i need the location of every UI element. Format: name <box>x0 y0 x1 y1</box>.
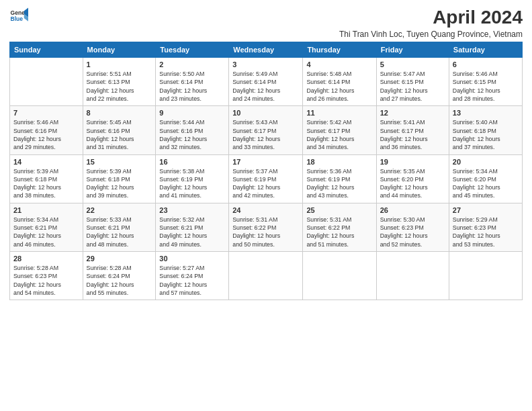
day-number: 17 <box>232 158 299 166</box>
day-cell: 14Sunrise: 5:39 AMSunset: 6:18 PMDayligh… <box>10 154 83 203</box>
day-cell: 8Sunrise: 5:45 AMSunset: 6:16 PMDaylight… <box>83 106 156 154</box>
day-number: 30 <box>159 255 225 263</box>
day-cell: 1Sunrise: 5:51 AMSunset: 6:13 PMDaylight… <box>83 58 156 106</box>
day-number: 23 <box>159 206 225 214</box>
day-number: 14 <box>13 158 79 166</box>
week-row-2: 14Sunrise: 5:39 AMSunset: 6:18 PMDayligh… <box>10 154 523 203</box>
day-cell: 4Sunrise: 5:48 AMSunset: 6:14 PMDaylight… <box>303 58 376 106</box>
day-cell <box>449 252 522 300</box>
day-info: Sunrise: 5:51 AMSunset: 6:13 PMDaylight:… <box>87 70 152 103</box>
day-cell: 15Sunrise: 5:39 AMSunset: 6:18 PMDayligh… <box>83 154 156 203</box>
day-cell: 13Sunrise: 5:40 AMSunset: 6:18 PMDayligh… <box>449 106 522 154</box>
header-day-friday: Friday <box>376 42 449 58</box>
day-number: 19 <box>380 158 445 166</box>
day-number: 8 <box>87 109 152 117</box>
header-day-wednesday: Wednesday <box>229 42 303 58</box>
day-info: Sunrise: 5:29 AMSunset: 6:23 PMDaylight:… <box>453 216 519 248</box>
day-number: 5 <box>380 60 445 68</box>
day-cell: 25Sunrise: 5:31 AMSunset: 6:22 PMDayligh… <box>303 203 376 251</box>
day-info: Sunrise: 5:33 AMSunset: 6:21 PMDaylight:… <box>87 216 152 248</box>
month-title: April 2024 <box>339 7 523 28</box>
day-info: Sunrise: 5:31 AMSunset: 6:22 PMDaylight:… <box>232 216 299 248</box>
day-number: 13 <box>453 109 519 117</box>
day-number: 7 <box>13 109 79 117</box>
day-number: 27 <box>453 206 519 214</box>
day-cell: 24Sunrise: 5:31 AMSunset: 6:22 PMDayligh… <box>229 203 303 251</box>
day-info: Sunrise: 5:27 AMSunset: 6:24 PMDaylight:… <box>159 264 225 297</box>
day-cell <box>376 252 449 300</box>
header-row: SundayMondayTuesdayWednesdayThursdayFrid… <box>10 42 523 58</box>
day-number: 20 <box>453 158 519 166</box>
day-cell <box>229 252 303 300</box>
day-number: 1 <box>87 60 152 68</box>
header-day-monday: Monday <box>83 42 156 58</box>
header-day-thursday: Thursday <box>303 42 376 58</box>
week-row-4: 28Sunrise: 5:28 AMSunset: 6:23 PMDayligh… <box>10 252 523 300</box>
day-info: Sunrise: 5:43 AMSunset: 6:17 PMDaylight:… <box>232 118 299 151</box>
day-cell: 6Sunrise: 5:46 AMSunset: 6:15 PMDaylight… <box>449 58 522 106</box>
logo-icon: General Blue <box>9 7 28 26</box>
day-info: Sunrise: 5:38 AMSunset: 6:19 PMDaylight:… <box>159 167 225 200</box>
day-cell: 2Sunrise: 5:50 AMSunset: 6:14 PMDaylight… <box>156 58 229 106</box>
calendar-table: SundayMondayTuesdayWednesdayThursdayFrid… <box>9 42 523 300</box>
day-number: 21 <box>13 206 79 214</box>
day-number: 18 <box>306 158 372 166</box>
day-cell: 16Sunrise: 5:38 AMSunset: 6:19 PMDayligh… <box>156 154 229 203</box>
day-cell <box>10 58 83 106</box>
day-info: Sunrise: 5:46 AMSunset: 6:15 PMDaylight:… <box>453 70 519 103</box>
day-cell: 7Sunrise: 5:46 AMSunset: 6:16 PMDaylight… <box>10 106 83 154</box>
day-info: Sunrise: 5:40 AMSunset: 6:18 PMDaylight:… <box>453 118 519 151</box>
day-info: Sunrise: 5:37 AMSunset: 6:19 PMDaylight:… <box>232 167 299 200</box>
day-number: 15 <box>87 158 152 166</box>
day-cell: 12Sunrise: 5:41 AMSunset: 6:17 PMDayligh… <box>376 106 449 154</box>
day-number: 10 <box>232 109 299 117</box>
day-cell: 30Sunrise: 5:27 AMSunset: 6:24 PMDayligh… <box>156 252 229 300</box>
subtitle: Thi Tran Vinh Loc, Tuyen Quang Province,… <box>339 30 523 39</box>
day-cell: 27Sunrise: 5:29 AMSunset: 6:23 PMDayligh… <box>449 203 522 251</box>
day-cell: 11Sunrise: 5:42 AMSunset: 6:17 PMDayligh… <box>303 106 376 154</box>
header-day-sunday: Sunday <box>10 42 83 58</box>
day-info: Sunrise: 5:44 AMSunset: 6:16 PMDaylight:… <box>159 118 225 151</box>
day-number: 11 <box>306 109 372 117</box>
logo: General Blue <box>9 7 28 26</box>
day-info: Sunrise: 5:28 AMSunset: 6:24 PMDaylight:… <box>87 264 152 297</box>
day-info: Sunrise: 5:41 AMSunset: 6:17 PMDaylight:… <box>380 118 445 151</box>
day-number: 29 <box>87 255 152 263</box>
day-info: Sunrise: 5:39 AMSunset: 6:18 PMDaylight:… <box>87 167 152 200</box>
week-row-3: 21Sunrise: 5:34 AMSunset: 6:21 PMDayligh… <box>10 203 523 251</box>
day-info: Sunrise: 5:48 AMSunset: 6:14 PMDaylight:… <box>306 70 372 103</box>
day-info: Sunrise: 5:49 AMSunset: 6:14 PMDaylight:… <box>232 70 299 103</box>
day-number: 24 <box>232 206 299 214</box>
day-number: 26 <box>380 206 445 214</box>
day-cell: 20Sunrise: 5:34 AMSunset: 6:20 PMDayligh… <box>449 154 522 203</box>
day-cell: 10Sunrise: 5:43 AMSunset: 6:17 PMDayligh… <box>229 106 303 154</box>
day-number: 4 <box>306 60 372 68</box>
day-number: 3 <box>232 60 299 68</box>
day-cell: 9Sunrise: 5:44 AMSunset: 6:16 PMDaylight… <box>156 106 229 154</box>
day-number: 28 <box>13 255 79 263</box>
day-cell: 23Sunrise: 5:32 AMSunset: 6:21 PMDayligh… <box>156 203 229 251</box>
day-number: 6 <box>453 60 519 68</box>
week-row-1: 7Sunrise: 5:46 AMSunset: 6:16 PMDaylight… <box>10 106 523 154</box>
day-info: Sunrise: 5:50 AMSunset: 6:14 PMDaylight:… <box>159 70 225 103</box>
day-number: 9 <box>159 109 225 117</box>
day-info: Sunrise: 5:31 AMSunset: 6:22 PMDaylight:… <box>306 216 372 248</box>
svg-text:Blue: Blue <box>11 15 24 22</box>
day-number: 22 <box>87 206 152 214</box>
day-info: Sunrise: 5:28 AMSunset: 6:23 PMDaylight:… <box>13 264 79 297</box>
header-day-tuesday: Tuesday <box>156 42 229 58</box>
title-block: April 2024 Thi Tran Vinh Loc, Tuyen Quan… <box>339 7 523 39</box>
day-info: Sunrise: 5:35 AMSunset: 6:20 PMDaylight:… <box>380 167 445 200</box>
day-info: Sunrise: 5:30 AMSunset: 6:23 PMDaylight:… <box>380 216 445 248</box>
day-info: Sunrise: 5:34 AMSunset: 6:21 PMDaylight:… <box>13 216 79 248</box>
day-cell: 5Sunrise: 5:47 AMSunset: 6:15 PMDaylight… <box>376 58 449 106</box>
day-number: 25 <box>306 206 372 214</box>
day-cell: 3Sunrise: 5:49 AMSunset: 6:14 PMDaylight… <box>229 58 303 106</box>
day-info: Sunrise: 5:46 AMSunset: 6:16 PMDaylight:… <box>13 118 79 151</box>
header: General Blue April 2024 Thi Tran Vinh Lo… <box>9 7 523 39</box>
day-cell: 22Sunrise: 5:33 AMSunset: 6:21 PMDayligh… <box>83 203 156 251</box>
header-day-saturday: Saturday <box>449 42 522 58</box>
day-cell <box>303 252 376 300</box>
day-cell: 26Sunrise: 5:30 AMSunset: 6:23 PMDayligh… <box>376 203 449 251</box>
day-cell: 28Sunrise: 5:28 AMSunset: 6:23 PMDayligh… <box>10 252 83 300</box>
